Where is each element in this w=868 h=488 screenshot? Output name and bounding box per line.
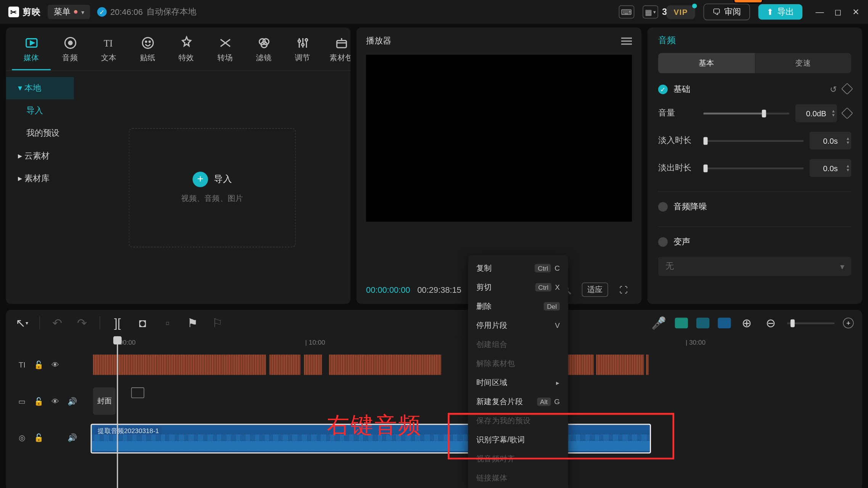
text-clip[interactable]: [596, 355, 644, 375]
item-button[interactable]: ▫: [160, 315, 175, 331]
volume-value[interactable]: 0.0dB▴▾: [795, 104, 837, 122]
sidebar-item-import[interactable]: 导入: [6, 100, 74, 122]
basic-toggle[interactable]: ✓: [658, 85, 668, 94]
track-type-icon-2[interactable]: [696, 318, 709, 328]
ctx-copy[interactable]: 复制 CtrlC: [468, 258, 568, 278]
layout-icon[interactable]: ▦▾: [643, 5, 658, 18]
tab-pack[interactable]: 素材包: [322, 32, 350, 70]
noise-toggle[interactable]: [658, 202, 668, 212]
chevron-down-icon: ▾: [81, 9, 84, 15]
tab-transition[interactable]: 转场: [206, 32, 244, 70]
import-dropzone[interactable]: + 导入 视频、音频、图片: [74, 71, 350, 304]
timeline[interactable]: 00:00 | 10:00 | 30:00 TI 🔓 👁 ▭: [6, 336, 862, 488]
voice-toggle[interactable]: [658, 237, 668, 247]
media-sidebar: ▾ 本地 导入 我的预设 ▸ 云素材 ▸ 素材库: [6, 71, 74, 304]
ctx-delete[interactable]: 删除 Del: [468, 297, 568, 316]
text-clip[interactable]: [646, 355, 648, 375]
video-preview[interactable]: [366, 55, 632, 222]
video-track[interactable]: ▭ 🔓 👁 🔊 封面: [6, 387, 862, 415]
timeline-toolbar: ↖ ▾ ↶ ↷ ]​[ ◘ ▫ ⚑ ⚐ 🎤 ⊕ ⊖ +: [6, 310, 862, 336]
window-minimize-button[interactable]: —: [815, 7, 824, 17]
zoom-in-button[interactable]: +: [843, 318, 854, 328]
eye-icon[interactable]: 👁: [50, 396, 61, 406]
ctx-compound[interactable]: 新建复合片段 AltG: [468, 392, 568, 411]
mute-icon[interactable]: 🔊: [67, 432, 77, 443]
lock-icon[interactable]: 🔓: [34, 360, 44, 370]
import-label: 导入: [214, 173, 232, 185]
inspector-tab-speed[interactable]: 变速: [755, 53, 851, 73]
text-clip[interactable]: [93, 355, 266, 375]
sidebar-item-library[interactable]: ▸ 素材库: [6, 167, 74, 190]
fadeout-slider[interactable]: [704, 167, 804, 169]
track-type-icon-1[interactable]: [675, 318, 688, 328]
text-track-icon: TI: [17, 360, 27, 370]
vip-button[interactable]: VIP: [667, 5, 695, 19]
mic-button[interactable]: 🎤: [651, 315, 667, 331]
fit-button[interactable]: 适应: [582, 283, 608, 297]
tab-audio[interactable]: 音频: [51, 32, 90, 70]
filter-icon: [257, 36, 271, 50]
pointer-tool-button[interactable]: ↖ ▾: [14, 315, 30, 331]
redo-button[interactable]: ↷: [74, 315, 90, 331]
zoom-out-button[interactable]: ⊖: [763, 315, 779, 331]
tab-label: 音频: [62, 53, 78, 63]
tab-filter[interactable]: 滤镜: [244, 32, 283, 70]
split-button[interactable]: ]​[: [110, 315, 125, 331]
inspector-tab-basic[interactable]: 基本: [658, 53, 755, 73]
tab-sticker[interactable]: 贴纸: [128, 32, 167, 70]
text-track[interactable]: TI 🔓 👁: [6, 349, 862, 380]
ctx-range[interactable]: 时间区域 ▸: [468, 373, 568, 392]
ctx-disable[interactable]: 停用片段 V: [468, 316, 568, 335]
ctx-cut[interactable]: 剪切 CtrlX: [468, 278, 568, 297]
playhead[interactable]: [117, 336, 118, 488]
voice-select[interactable]: 无 ▾: [658, 257, 851, 276]
volume-slider[interactable]: [704, 112, 789, 114]
reset-icon[interactable]: ↺: [830, 85, 837, 94]
tab-adjust[interactable]: 调节: [283, 32, 322, 70]
window-maximize-button[interactable]: ◻: [834, 7, 842, 17]
window-close-button[interactable]: ✕: [852, 7, 860, 17]
player-menu-icon[interactable]: [621, 37, 632, 45]
tab-media[interactable]: 媒体: [12, 32, 51, 70]
lock-icon[interactable]: 🔓: [34, 396, 44, 406]
logo-icon: ✂: [8, 6, 19, 17]
fadein-value[interactable]: 0.0s▴▾: [810, 132, 851, 149]
sidebar-item-presets[interactable]: 我的预设: [6, 122, 74, 144]
chevron-down-icon: ▾: [840, 262, 844, 271]
basic-section-label: 基础: [674, 84, 690, 95]
audio-track[interactable]: ◎ 🔓 🔊 提取音频20230318-1: [6, 422, 862, 453]
cover-button[interactable]: 封面: [93, 387, 116, 415]
fadein-slider[interactable]: [704, 140, 804, 142]
pack-icon: [334, 36, 349, 50]
keyframe-icon[interactable]: [841, 83, 853, 95]
track-type-icon-3[interactable]: [718, 318, 731, 328]
effects-icon: [179, 36, 194, 50]
sidebar-item-local[interactable]: ▾ 本地: [6, 77, 74, 100]
volume-keyframe-icon[interactable]: [841, 108, 853, 119]
adjust-icon: [296, 36, 310, 50]
flag-button[interactable]: ⚑: [185, 315, 201, 331]
main-menu-button[interactable]: 菜单 ▾: [48, 5, 90, 19]
transition-icon: [218, 36, 232, 50]
text-clip[interactable]: [329, 355, 441, 375]
undo-button[interactable]: ↶: [50, 315, 65, 331]
keyboard-icon[interactable]: ⌨: [619, 5, 635, 18]
lock-icon[interactable]: 🔓: [34, 432, 44, 443]
magnet-button[interactable]: ⊕: [739, 315, 755, 331]
mute-icon[interactable]: 🔊: [67, 396, 77, 406]
export-button[interactable]: ⬆ 导出: [758, 4, 802, 20]
zoom-slider[interactable]: [787, 322, 834, 324]
sidebar-item-cloud[interactable]: ▸ 云素材: [6, 145, 74, 167]
eye-icon[interactable]: 👁: [50, 360, 61, 370]
tab-effects[interactable]: 特效: [167, 32, 206, 70]
text-clip[interactable]: [270, 355, 301, 375]
fullscreen-icon[interactable]: ⛶: [615, 283, 632, 297]
tab-label: 文本: [101, 53, 117, 63]
review-button[interactable]: 🗨 审阅: [704, 3, 750, 20]
fadeout-value[interactable]: 0.0s▴▾: [810, 159, 851, 177]
text-clip[interactable]: [304, 355, 322, 375]
tab-text[interactable]: TI 文本: [89, 32, 128, 70]
flag-outline-button[interactable]: ⚐: [210, 315, 225, 331]
crop-button[interactable]: ◘: [135, 315, 150, 331]
import-button[interactable]: + 导入: [193, 171, 232, 187]
